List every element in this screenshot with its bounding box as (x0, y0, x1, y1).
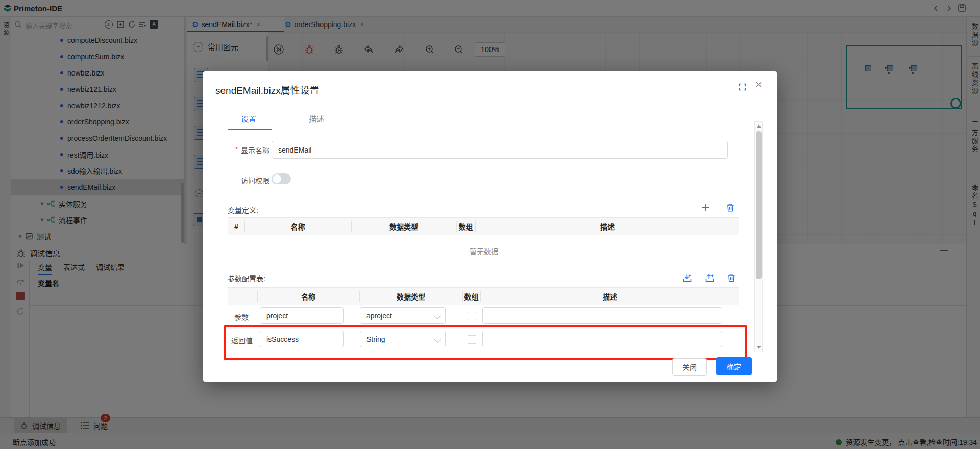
empty-data-placeholder: 暂无数据 (228, 235, 740, 267)
dialog-scrollbar[interactable] (754, 121, 763, 352)
export-parameters-icon[interactable] (704, 272, 715, 283)
access-permission-label: 访问权限 (241, 175, 270, 185)
expand-dialog-icon[interactable] (738, 83, 747, 91)
param-name-input[interactable] (260, 307, 344, 324)
display-name-label: 显示名称 (241, 145, 270, 155)
param-type-select[interactable]: aproject (360, 307, 446, 324)
highlight-return-row-annotation (224, 325, 747, 360)
close-button[interactable]: 关闭 (672, 358, 707, 376)
scroll-up-icon[interactable] (757, 124, 761, 128)
array-checkbox[interactable] (468, 312, 476, 320)
required-asterisk: * (235, 145, 238, 154)
access-permission-toggle[interactable] (272, 173, 291, 184)
variable-definition-label: 变量定义: (228, 205, 258, 215)
chevron-down-icon (434, 312, 441, 319)
ok-button[interactable]: 确定 (716, 357, 752, 375)
row-kind-label: 参数 (234, 312, 249, 322)
display-name-input[interactable] (272, 141, 728, 159)
dialog-tab-description[interactable]: 描述 (309, 113, 324, 124)
dialog-tab-settings[interactable]: 设置 (241, 113, 256, 124)
scrollbar-thumb[interactable] (756, 131, 762, 279)
import-parameters-icon[interactable] (682, 272, 693, 283)
close-dialog-icon[interactable]: × (755, 78, 762, 91)
parameter-config-label: 参数配置表: (228, 273, 265, 283)
scroll-down-icon[interactable] (757, 346, 761, 349)
variable-definition-table: # 名称 数据类型 数组 描述 暂无数据 (228, 217, 739, 267)
parameter-table-header: 名称 数据类型 数组 描述 (228, 288, 739, 305)
delete-variable-icon[interactable] (726, 203, 735, 212)
variable-table-header: # 名称 数据类型 数组 描述 (228, 218, 739, 235)
parameter-row: 参数 aproject (228, 305, 740, 328)
param-description-input[interactable] (482, 307, 722, 324)
dialog-title: sendEMail.bizx属性设置 (215, 83, 320, 96)
primeton-ide-window: Primeton-IDE 资源 输入关键字搜索 AI (0, 0, 980, 449)
add-variable-icon[interactable] (701, 202, 711, 212)
delete-parameter-icon[interactable] (727, 273, 736, 283)
properties-dialog: sendEMail.bizx属性设置 × 设置 描述 * 显示名称 访问权限 变… (203, 71, 777, 382)
